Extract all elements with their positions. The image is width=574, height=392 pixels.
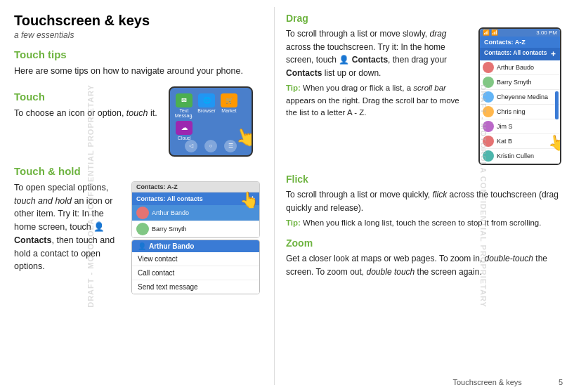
phone-back-btn: ◁ xyxy=(185,140,197,152)
left-column: Touchscreen & keys a few essentials Touc… xyxy=(0,0,274,392)
contacts-all-label: Contacts: All contacts xyxy=(484,49,547,59)
drag-phone-mockup: 📶 📶 3:00 PM Contacts: A-Z Contacts: All … xyxy=(478,27,563,165)
drag-name-1: Arthur Baudo xyxy=(497,64,534,71)
cloud-icon: ☁ xyxy=(176,121,193,135)
page-subtitle: a few essentials xyxy=(14,30,260,40)
touch-desc-text1: To choose an icon or option, xyxy=(14,108,126,118)
contacts-all-plus: + xyxy=(551,49,556,59)
market-icon: 🛒 xyxy=(221,93,237,107)
contact-name-barry: Barry Smyth xyxy=(152,226,187,233)
drag-contact-1: Arthur Baudo xyxy=(480,60,560,75)
drag-avatar-1 xyxy=(483,62,494,73)
contacts-status-bar: 📶 📶 3:00 PM xyxy=(480,29,560,37)
drag-contact-3: Cheyenne Medina xyxy=(480,90,560,105)
drag-avatar-4 xyxy=(483,106,494,117)
drag-person-icon: 👤 xyxy=(339,55,349,65)
browser-icon: 🌐 xyxy=(198,93,215,107)
contact-avatar-arthur xyxy=(136,207,149,219)
drag-name-7: Kristin Cullen xyxy=(497,152,534,159)
touch-text-area: Touch To choose an icon or option, touch… xyxy=(14,84,157,157)
drag-avatar-3 xyxy=(483,91,494,103)
context-send-text[interactable]: Send text message xyxy=(132,280,259,294)
drag-name-3: Cheyenne Medina xyxy=(497,93,548,100)
page-number: 5 xyxy=(559,378,563,386)
contacts-all-bar: Contacts: All contacts + xyxy=(480,48,560,60)
drag-name-2: Barry Smyth xyxy=(497,79,532,86)
phone-icon-browser: 🌐 Browser xyxy=(197,93,216,118)
flick-heading: Flick xyxy=(286,174,563,185)
drag-name-4: Chris ning xyxy=(497,108,526,115)
drag-section: Drag To scroll through a list or move sl… xyxy=(286,13,563,165)
contacts-az-label: Contacts: A-Z xyxy=(484,39,526,46)
flick-tip: Tip: When you flick a long list, touch t… xyxy=(286,217,563,229)
drag-scroll-bar-italic: scroll bar xyxy=(413,84,446,92)
touch-hold-mockup-area: Contacts: A-Z Contacts: All contacts + A… xyxy=(131,181,260,294)
drag-hand-cursor: 👆 xyxy=(547,133,561,154)
status-icons: 📶 📶 xyxy=(483,30,498,36)
touch-hold-section: Touch & hold To open special options, to… xyxy=(14,165,260,294)
contact-avatar-barry xyxy=(136,223,149,235)
contacts-az-bar: Contacts: A-Z xyxy=(480,37,560,48)
text-icon-label: Text Messag. xyxy=(174,108,194,118)
drag-contacts-list: Arthur Baudo Barry Smyth Cheyenne Medina xyxy=(480,60,560,164)
touch-tips-intro: Here are some tips on how to navigate ar… xyxy=(14,65,260,78)
drag-avatar-2 xyxy=(483,77,494,88)
touch-hold-hand-cursor: 👆 xyxy=(240,191,259,280)
zoom-double-touch-italic2: double touch xyxy=(367,267,415,277)
context-contact-name: Arthur Bando xyxy=(149,242,194,250)
drag-avatar-5 xyxy=(483,121,494,132)
touch-tips-heading: Touch tips xyxy=(14,48,260,60)
zoom-heading: Zoom xyxy=(286,237,563,249)
touch-hold-desc: To open special options, touch and hold … xyxy=(14,181,123,273)
touch-hold-heading: Touch & hold xyxy=(14,165,260,177)
browser-icon-label: Browser xyxy=(197,108,216,113)
flick-tip-label: Tip: xyxy=(286,218,303,227)
zoom-section: Zoom Get a closer look at maps or web pa… xyxy=(286,237,563,278)
drag-italic: drag xyxy=(430,29,447,39)
page-footer: Touchscreen & keys 5 xyxy=(452,378,563,386)
drag-avatar-6 xyxy=(483,136,494,147)
touch-hold-contacts-bold: Contacts xyxy=(14,235,51,245)
page-container: DRAFT - MOTOROLA CONFIDENTIAL PROPRIETAR… xyxy=(0,0,574,392)
zoom-double-touch-italic: double-touch xyxy=(485,254,533,263)
flick-description: To scroll through a list or move quickly… xyxy=(286,188,563,214)
market-icon-label: Market xyxy=(221,108,236,113)
contacts-person-icon: 👤 xyxy=(93,222,105,232)
phone-icon-cloud: ☁ Cloud xyxy=(174,121,194,141)
drag-tip: Tip: When you drag or flick a list, a sc… xyxy=(286,82,470,119)
drag-contact-5: Jim S xyxy=(480,119,560,134)
drag-name-5: Jim S xyxy=(497,123,513,130)
touch-heading: Touch xyxy=(14,91,157,103)
page-title: Touchscreen & keys xyxy=(14,13,260,29)
phone-icon-market: 🛒 Market xyxy=(219,93,239,118)
drag-tip-label: Tip: xyxy=(286,84,303,92)
drag-text-area: To scroll through a list or move slowly,… xyxy=(286,27,470,119)
flick-section: Flick To scroll through a list or move q… xyxy=(286,174,563,229)
touch-phone-mockup: ✉ Text Messag. 🌐 Browser 🛒 Market ☁ xyxy=(169,86,260,157)
touch-desc-text2: it. xyxy=(148,108,157,118)
contact-subheader-text: Contacts: All contacts xyxy=(136,195,203,202)
right-column: Drag To scroll through a list or move sl… xyxy=(275,0,574,392)
status-time: 3:00 PM xyxy=(536,30,557,36)
footer-label: Touchscreen & keys xyxy=(452,378,521,386)
touch-description: To choose an icon or option, touch it. xyxy=(14,107,157,120)
touch-italic: touch xyxy=(126,108,148,118)
text-icon: ✉ xyxy=(176,93,193,107)
drag-name-6: Kat B xyxy=(497,138,512,145)
touch-hold-italic: touch and hold xyxy=(14,196,72,206)
touch-phone-screen: ✉ Text Messag. 🌐 Browser 🛒 Market ☁ xyxy=(169,86,253,157)
drag-contact-4: Chris ning xyxy=(480,105,560,119)
touch-hold-text: To open special options, touch and hold … xyxy=(14,181,123,294)
context-person-icon: 👤 xyxy=(138,242,146,250)
drag-contact-2: Barry Smyth xyxy=(480,75,560,90)
zoom-description: Get a closer look at maps or web pages. … xyxy=(286,252,563,278)
contact-name-arthur: Arthur Bando xyxy=(152,209,189,216)
touch-section: Touch To choose an icon or option, touch… xyxy=(14,84,260,157)
drag-content: To scroll through a list or move slowly,… xyxy=(286,27,563,165)
drag-contact-7: Kristin Cullen xyxy=(480,149,560,164)
drag-contacts-bold2: Contacts xyxy=(286,68,322,78)
drag-description: To scroll through a list or move slowly,… xyxy=(286,27,470,79)
touch-hold-content: To open special options, touch and hold … xyxy=(14,181,260,294)
flick-italic: flick xyxy=(433,190,448,200)
phone-home-btn: ○ xyxy=(204,140,217,152)
